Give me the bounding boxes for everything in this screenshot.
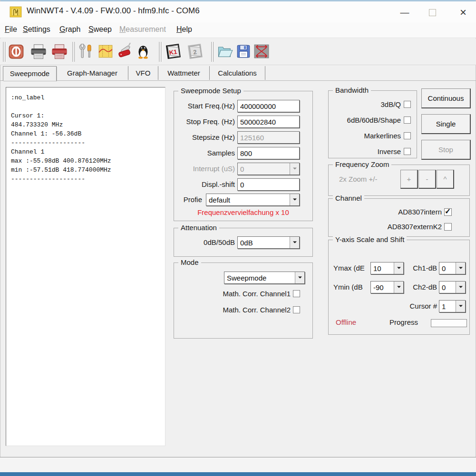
group-legend: Sweepmode Setup xyxy=(178,87,243,95)
samples-input[interactable] xyxy=(237,147,300,159)
attenuation-value: 0dB xyxy=(238,239,290,247)
status-separator xyxy=(0,457,476,457)
menu-file[interactable]: File xyxy=(5,25,17,34)
profile-combobox[interactable]: default xyxy=(206,194,300,206)
tab-sweepmode[interactable]: Sweepmode xyxy=(3,66,57,81)
tab-calculations[interactable]: Calculations xyxy=(210,66,265,80)
linux-button[interactable] xyxy=(133,40,153,62)
dropdown-arrow-icon[interactable] xyxy=(295,272,304,283)
group-legend: Y-axis Scale and Shift xyxy=(333,235,407,243)
dropdown-arrow-icon[interactable] xyxy=(394,262,403,274)
toolbar-handle[interactable] xyxy=(3,42,7,62)
svg-text:K1: K1 xyxy=(169,48,178,56)
bandwidth-3db-label: 3dB/Q xyxy=(330,101,401,108)
start-freq-input[interactable] xyxy=(237,100,300,112)
stop-freq-input[interactable] xyxy=(237,116,300,128)
progress-bar xyxy=(431,319,467,327)
inverse-checkbox[interactable] xyxy=(404,148,411,155)
ad8307-intern-checkbox[interactable] xyxy=(444,208,452,216)
ch1-db-combobox[interactable]: 0 xyxy=(439,262,466,274)
tab-wattmeter[interactable]: Wattmeter xyxy=(158,66,210,80)
markerlines-checkbox[interactable] xyxy=(404,132,411,139)
dropdown-arrow-icon[interactable] xyxy=(394,282,403,293)
single-button[interactable]: Single xyxy=(421,114,471,134)
tools-icon xyxy=(78,43,95,60)
tab-graph-manager[interactable]: Graph-Manager xyxy=(57,66,128,80)
ymin-combobox[interactable]: -90 xyxy=(370,281,404,293)
math-corr-ch2-checkbox[interactable] xyxy=(293,306,300,313)
toolbar-handle[interactable] xyxy=(72,42,76,62)
menu-graph[interactable]: Graph xyxy=(59,25,80,34)
group-sweepmode-setup: Sweepmode Setup Start Freq.(Hz) Stop Fre… xyxy=(174,91,313,221)
ad8307-extern-checkbox[interactable] xyxy=(444,223,452,231)
dropdown-arrow-icon[interactable] xyxy=(456,301,465,312)
print-button[interactable] xyxy=(28,40,49,62)
dropdown-arrow-icon[interactable] xyxy=(456,262,465,274)
sweep-range-button[interactable] xyxy=(252,40,271,62)
ad8307-intern-label: AD8307intern xyxy=(330,208,442,216)
toolbar-handle[interactable] xyxy=(211,42,215,62)
inverse-label: Inverse xyxy=(330,148,401,155)
graph-profile-button[interactable] xyxy=(96,40,115,62)
attenuation-combobox[interactable]: 0dB xyxy=(237,236,300,249)
menu-sweep[interactable]: Sweep xyxy=(88,25,112,34)
ymin-value: -90 xyxy=(371,283,394,291)
save-file-button[interactable] xyxy=(234,40,253,62)
progress-label: Progress xyxy=(389,316,427,329)
group-mode: Mode Sweepmode Math. Corr. Channel1 Math… xyxy=(174,262,313,339)
dropdown-arrow-icon[interactable] xyxy=(456,282,465,293)
menu-measurement: Measurement xyxy=(119,25,166,34)
ymax-combobox[interactable]: 10 xyxy=(370,262,404,274)
menu-settings[interactable]: Settings xyxy=(23,25,50,34)
math-corr-ch1-checkbox[interactable] xyxy=(293,290,300,297)
ch2-db-combobox[interactable]: 0 xyxy=(439,281,466,293)
menu-help[interactable]: Help xyxy=(176,25,192,34)
ch1-db-value: 0 xyxy=(439,264,456,272)
open-file-button[interactable] xyxy=(215,40,235,62)
app-icon xyxy=(10,6,22,18)
printer-red-icon xyxy=(50,42,68,60)
mode-value: Sweepmode xyxy=(224,274,295,282)
measurement-info-panel: :no_label Cursor 1: 484.733320 MHz Chann… xyxy=(6,87,165,446)
displ-shift-input[interactable] xyxy=(237,178,300,191)
channel1-calibration-button[interactable]: K1 xyxy=(163,40,185,62)
print-graph-button[interactable] xyxy=(49,40,70,62)
ch2-db-label: Ch2-dB xyxy=(407,281,437,293)
channel2-calibration-button[interactable]: 2 xyxy=(185,40,206,62)
ad8307-extern-label: AD8307externK2 xyxy=(330,223,442,231)
maximize-button[interactable] xyxy=(423,5,441,19)
interrupt-combobox: 0 xyxy=(237,163,300,175)
zoom-out-button: - xyxy=(418,170,436,189)
bandwidth-6db-checkbox[interactable] xyxy=(404,117,411,124)
cursor-number-combobox[interactable]: 1 xyxy=(439,300,466,312)
tab-vfo[interactable]: VFO xyxy=(128,66,158,80)
group-legend: Channel xyxy=(333,194,364,202)
stepsize-label: Stepsize (Hz) xyxy=(175,131,235,144)
dropdown-arrow-icon[interactable] xyxy=(290,237,299,248)
markerlines-label: Markerlines xyxy=(330,132,401,140)
settings-tools-button[interactable] xyxy=(76,40,96,62)
dropdown-arrow-icon[interactable] xyxy=(290,194,299,205)
continuous-button[interactable]: Continuous xyxy=(421,88,471,108)
offline-status: Offline xyxy=(336,316,374,329)
group-legend: Mode xyxy=(178,258,201,266)
attenuation-label: 0dB/50dB xyxy=(175,236,235,249)
group-channel: Channel AD8307intern AD8307externK2 xyxy=(328,198,470,237)
cursor-number-value: 1 xyxy=(439,302,456,311)
group-y-axis: Y-axis Scale and Shift Ymax (dE 10 Ch1-d… xyxy=(328,240,470,335)
swiss-knife-icon xyxy=(116,43,133,60)
power-button[interactable] xyxy=(7,40,26,62)
math-corr-ch1-label: Math. Corr. Channel1 xyxy=(175,290,291,298)
utilities-button[interactable] xyxy=(115,40,134,62)
ymax-label: Ymax (dE xyxy=(333,262,369,274)
bandwidth-3db-checkbox[interactable] xyxy=(404,101,411,108)
toolbar-handle[interactable] xyxy=(159,42,163,62)
window-left-border xyxy=(0,0,0,476)
ymin-label: Ymin (dB xyxy=(333,281,369,293)
ch2-db-value: 0 xyxy=(439,283,456,291)
mode-combobox[interactable]: Sweepmode xyxy=(224,272,305,284)
minimize-button[interactable]: — xyxy=(396,5,414,19)
zoom-in-button: + xyxy=(400,170,418,189)
close-button[interactable]: × xyxy=(454,5,472,19)
group-legend: Attenuation xyxy=(178,223,219,232)
